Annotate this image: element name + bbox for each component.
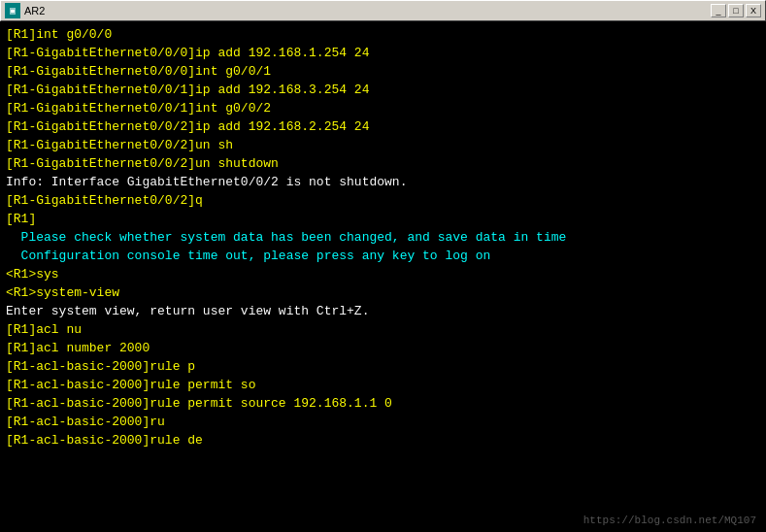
minimize-button[interactable]: _ bbox=[711, 4, 726, 17]
terminal-line: [R1-GigabitEthernet0/0/2]ip add 192.168.… bbox=[6, 117, 760, 136]
terminal-line: [R1]int g0/0/0 bbox=[6, 25, 760, 44]
terminal-line: [R1-GigabitEthernet0/0/2]q bbox=[6, 191, 760, 210]
terminal-line: [R1]acl nu bbox=[6, 320, 760, 339]
terminal-line: [R1-GigabitEthernet0/0/2]un shutdown bbox=[6, 154, 760, 173]
terminal-line: [R1-GigabitEthernet0/0/1]ip add 192.168.… bbox=[6, 81, 760, 99]
window-controls: _ □ X bbox=[711, 4, 761, 17]
terminal-line: Please check whether system data has bee… bbox=[6, 228, 760, 247]
terminal-line: [R1-GigabitEthernet0/0/0]ip add 192.168.… bbox=[6, 44, 760, 62]
terminal-line: [R1-acl-basic-2000]rule p bbox=[6, 357, 760, 376]
close-button[interactable]: X bbox=[746, 4, 761, 17]
maximize-button[interactable]: □ bbox=[728, 4, 744, 17]
terminal-line: [R1-GigabitEthernet0/0/1]int g0/0/2 bbox=[6, 99, 760, 117]
title-bar: ▣ AR2 _ □ X bbox=[0, 0, 766, 21]
terminal-window[interactable]: [R1]int g0/0/0[R1-GigabitEthernet0/0/0]i… bbox=[0, 21, 766, 532]
terminal-line: [R1]acl number 2000 bbox=[6, 339, 760, 357]
terminal-line: [R1-acl-basic-2000]ru bbox=[6, 413, 760, 431]
terminal-line: Info: Interface GigabitEthernet0/0/2 is … bbox=[6, 173, 760, 191]
terminal-line: [R1-acl-basic-2000]rule permit source 19… bbox=[6, 394, 760, 413]
terminal-line: [R1-acl-basic-2000]rule de bbox=[6, 431, 760, 449]
watermark: https://blog.csdn.net/MQ107 bbox=[583, 515, 756, 526]
terminal-line: <R1>system-view bbox=[6, 283, 760, 302]
terminal-line: Enter system view, return user view with… bbox=[6, 302, 760, 320]
app-icon: ▣ bbox=[5, 3, 20, 18]
terminal-line: [R1-GigabitEthernet0/0/2]un sh bbox=[6, 136, 760, 154]
terminal-line: <R1>sys bbox=[6, 265, 760, 283]
terminal-line: [R1-acl-basic-2000]rule permit so bbox=[6, 376, 760, 394]
window-title: AR2 bbox=[24, 5, 45, 17]
terminal-line: Configuration console time out, please p… bbox=[6, 247, 760, 265]
terminal-line: [R1-GigabitEthernet0/0/0]int g0/0/1 bbox=[6, 62, 760, 81]
terminal-line: [R1] bbox=[6, 210, 760, 228]
